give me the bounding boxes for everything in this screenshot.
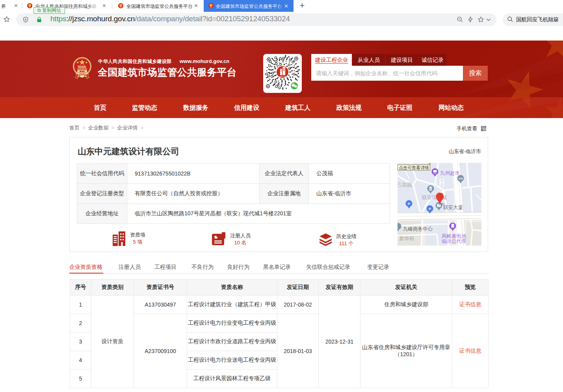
- svg-text:P: P: [429, 207, 431, 211]
- svg-text:P: P: [408, 202, 410, 206]
- svg-text:新华苑: 新华苑: [399, 235, 414, 241]
- svg-text:ATM: ATM: [458, 178, 463, 180]
- svg-text:临沂总代理: 临沂总代理: [442, 239, 466, 244]
- svg-text:己花园: 己花园: [398, 182, 412, 188]
- svg-text:联安大厦: 联安大厦: [443, 205, 463, 210]
- svg-text:风帆蓄电池: 风帆蓄电池: [442, 233, 466, 239]
- svg-text:全国建筑市场监管: 全国建筑市场监管: [277, 76, 288, 78]
- svg-text:九峰商务中心: 九峰商务中心: [403, 226, 433, 232]
- svg-text:九州超市: 九州超市: [440, 170, 460, 176]
